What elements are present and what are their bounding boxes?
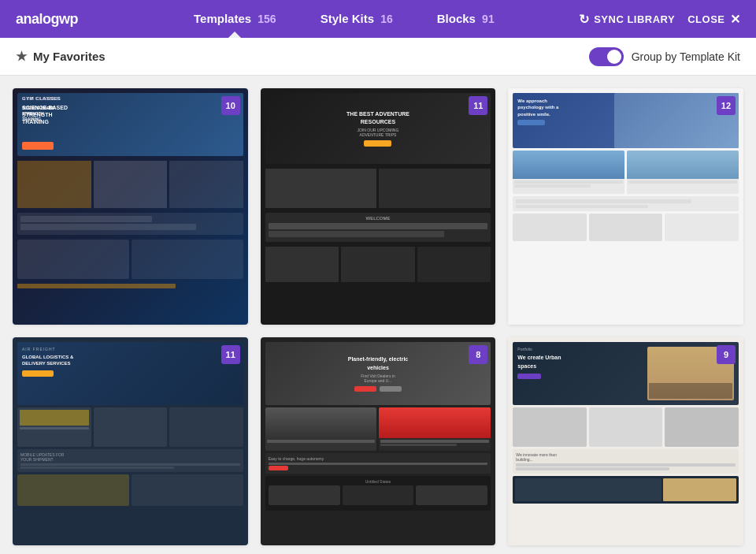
- template-card-cargo[interactable]: 11 AIR FREIGHT GLOBAL LOGISTICS &DELIVER…: [13, 337, 248, 545]
- sync-label: SYNC LIBRARY: [594, 13, 675, 25]
- sync-icon: ↻: [579, 12, 590, 27]
- tab-templates-count: 156: [258, 13, 276, 25]
- close-icon: ✕: [730, 12, 741, 27]
- group-by-toggle[interactable]: [589, 47, 624, 66]
- mount-preview-hero: THE BEST ADVENTURERESOURCES JOIN OUR UPC…: [265, 93, 491, 164]
- tab-blocks-label: Blocks: [437, 12, 476, 25]
- group-toggle-area: Group by Template Kit: [589, 47, 740, 66]
- header: analogwp Templates 156 Style Kits 16 Blo…: [0, 0, 756, 38]
- card-badge-architect: 9: [717, 345, 736, 364]
- toggle-knob: [607, 50, 621, 64]
- template-card-volt[interactable]: 8 Planet-friendly, electricvehicles Find…: [261, 337, 496, 545]
- sync-library-button[interactable]: ↻ SYNC LIBRARY: [579, 12, 676, 27]
- card-preview-architect: Portfolio We create Urbanspaces We innov…: [508, 337, 743, 545]
- tab-stylekits-count: 16: [380, 13, 393, 25]
- nav-tabs: Templates 156 Style Kits 16 Blocks 91: [109, 0, 579, 38]
- card-preview-volt: Planet-friendly, electricvehicles Find V…: [261, 337, 496, 545]
- tab-stylekits[interactable]: Style Kits 16: [298, 0, 415, 38]
- card-preview-grip: GYM CLASSES SCIENCE-BASEDSTRENGTHTRAININ…: [13, 88, 248, 325]
- header-right: ↻ SYNC LIBRARY CLOSE ✕: [579, 12, 740, 27]
- favorites-filter[interactable]: ★ My Favorites: [16, 49, 106, 64]
- tab-blocks[interactable]: Blocks 91: [415, 0, 517, 38]
- card-badge-psychology: 12: [717, 96, 736, 115]
- card-preview-cargo: AIR FREIGHT GLOBAL LOGISTICS &DELIVERY S…: [13, 337, 248, 545]
- psychology-preview-hero: We approachpsychology with apositive smi…: [513, 93, 739, 148]
- tab-templates-label: Templates: [194, 12, 251, 25]
- star-icon: ★: [16, 49, 27, 64]
- cargo-preview-hero: AIR FREIGHT GLOBAL LOGISTICS &DELIVERY S…: [17, 342, 243, 405]
- tab-templates[interactable]: Templates 156: [172, 0, 298, 38]
- close-label: CLOSE: [687, 13, 724, 25]
- architect-preview-hero: Portfolio We create Urbanspaces: [513, 342, 739, 405]
- grip-preview-hero: GYM CLASSES SCIENCE-BASEDSTRENGTHTRAININ…: [17, 93, 243, 156]
- card-badge-grip: 10: [221, 96, 240, 115]
- card-preview-mount: THE BEST ADVENTURERESOURCES JOIN OUR UPC…: [261, 88, 496, 325]
- favorites-label: My Favorites: [33, 50, 106, 63]
- template-card-architect[interactable]: 9 Portfolio We create Urbanspaces: [508, 337, 743, 545]
- template-card-psychology[interactable]: 12 We approachpsychology with apositive …: [508, 88, 743, 325]
- subheader: ★ My Favorites Group by Template Kit: [0, 38, 756, 76]
- template-card-grip[interactable]: 10 GYM CLASSES SCIENCE-BASEDSTRENGTHTRAI…: [13, 88, 248, 325]
- volt-preview-hero: Planet-friendly, electricvehicles Find V…: [265, 342, 491, 405]
- group-toggle-label: Group by Template Kit: [632, 50, 740, 63]
- logo: analogwp: [16, 11, 78, 28]
- tab-stylekits-label: Style Kits: [321, 12, 374, 25]
- close-button[interactable]: CLOSE ✕: [687, 12, 740, 27]
- card-preview-psychology: We approachpsychology with apositive smi…: [508, 88, 743, 325]
- card-badge-cargo: 11: [221, 345, 240, 364]
- card-badge-mount: 11: [469, 96, 487, 115]
- template-grid: 10 GYM CLASSES SCIENCE-BASEDSTRENGTHTRAI…: [0, 76, 756, 554]
- card-badge-volt: 8: [469, 345, 487, 364]
- template-card-mount[interactable]: 11 THE BEST ADVENTURERESOURCES JOIN OUR …: [261, 88, 496, 325]
- tab-blocks-count: 91: [482, 13, 495, 25]
